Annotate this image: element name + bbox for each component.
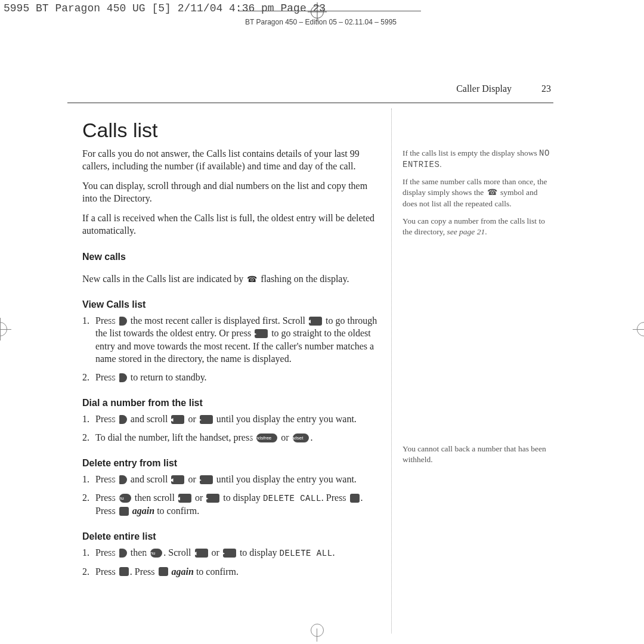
list-item: 2.Press Calls to return to standby. (82, 371, 380, 383)
heading-new-calls: New calls (82, 250, 380, 263)
phone-icon: ☎ (247, 274, 257, 285)
list-item: 2.To dial the number, lift the handset, … (82, 431, 380, 444)
left-key-icon: ◄ (171, 475, 184, 484)
ok-key-icon: OK (159, 567, 168, 576)
menu-key-icon: Menu (119, 494, 131, 503)
heading-view-calls: View Calls list (82, 298, 380, 311)
list-item: 1.Press Calls the most recent caller is … (82, 314, 380, 364)
intro-p3: If a call is received when the Calls lis… (82, 212, 380, 237)
view-steps: 1.Press Calls the most recent caller is … (82, 314, 380, 383)
list-item: 1.Press Calls then Menu. Scroll ◄ or ► t… (82, 546, 380, 559)
list-item: 1.Press Calls and scroll ◄ or ► until yo… (82, 413, 380, 425)
handsfree-key-icon: Handsfree (256, 434, 277, 442)
left-key-icon: ◄ (309, 317, 322, 326)
page-number: 23 (541, 83, 551, 94)
intro-p1: For calls you do not answer, the Calls l… (82, 147, 380, 172)
right-key-icon: ► (255, 329, 268, 338)
dial-steps: 1.Press Calls and scroll ◄ or ► until yo… (82, 413, 380, 444)
list-item: 1.Press Calls and scroll ◄ or ► until yo… (82, 473, 380, 485)
heading-dial: Dial a number from the list (82, 397, 380, 409)
calls-key-icon: Calls (119, 317, 127, 326)
crop-tick-bottom (317, 628, 317, 642)
calls-key-icon: Calls (119, 475, 127, 484)
main-column: Calls list For calls you do not answer, … (82, 117, 380, 584)
delete-entry-steps: 1.Press Calls and scroll ◄ or ► until yo… (82, 473, 380, 517)
repeat-call-icon: ☎ (487, 187, 497, 199)
crop-register-bottom (311, 624, 324, 637)
heading-delete-all: Delete entire list (82, 530, 380, 543)
menu-key-icon: Menu (150, 549, 162, 558)
side-note: You can copy a number from the calls lis… (402, 216, 554, 237)
heading-delete-entry: Delete entry from list (82, 457, 380, 469)
calls-key-icon: Calls (119, 549, 127, 558)
header-edition: BT Paragon 450 – Edition 05 – 02.11.04 –… (245, 18, 397, 26)
crop-register-left (0, 322, 7, 336)
left-key-icon: ◄ (178, 494, 191, 503)
ok-key-icon: OK (350, 494, 360, 503)
prepress-slug: 5995 BT Paragon 450 UG [5] 2/11/04 4:36 … (4, 2, 326, 14)
list-item: 2.Press Menu then scroll ◄ or ► to displ… (82, 491, 380, 517)
side-note: If the calls list is empty the display s… (402, 148, 554, 171)
crop-register-right (637, 322, 644, 336)
calls-key-icon: Calls (119, 415, 127, 424)
intro-p2: You can display, scroll through and dial… (82, 179, 380, 205)
section-name: Caller Display (456, 83, 512, 94)
ok-key-icon: OK (119, 567, 129, 576)
new-calls-line: New calls in the Calls list are indicate… (82, 273, 380, 286)
running-head: Caller Display 23 (456, 83, 551, 94)
column-separator (391, 109, 392, 633)
list-item: 2.Press OK. Press OK again to confirm. (82, 565, 380, 578)
ok-key-icon: OK (119, 507, 129, 516)
right-key-icon: ► (206, 494, 219, 503)
right-key-icon: ► (200, 415, 213, 424)
left-key-icon: ◄ (171, 415, 184, 424)
headset-key-icon: Headset (293, 434, 309, 442)
header-underline (67, 103, 553, 103)
left-key-icon: ◄ (195, 549, 208, 558)
side-note-withheld: You cannot call back a number that has b… (402, 444, 554, 465)
side-note: If the same number calls more than once,… (402, 177, 554, 210)
right-key-icon: ► (223, 549, 236, 558)
side-column: If the calls list is empty the display s… (402, 148, 554, 471)
delete-all-steps: 1.Press Calls then Menu. Scroll ◄ or ► t… (82, 546, 380, 578)
page-title: Calls list (82, 117, 380, 144)
right-key-icon: ► (200, 475, 213, 484)
calls-key-icon: Calls (119, 373, 127, 382)
crop-register-top (311, 5, 324, 18)
header-rule (239, 11, 421, 11)
